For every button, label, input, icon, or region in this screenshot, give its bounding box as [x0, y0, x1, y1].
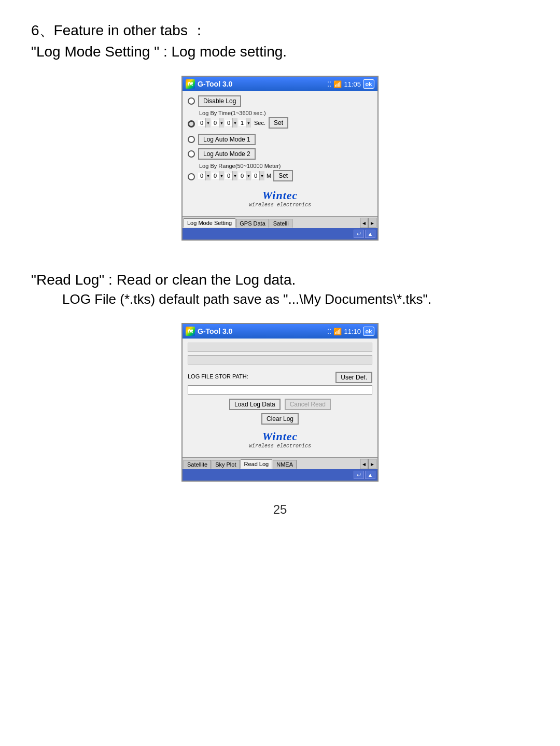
tab-nmea[interactable]: NMEA: [273, 460, 297, 469]
window-title: G-Tool 3.0: [198, 80, 232, 88]
app-icon: 🗺: [186, 79, 195, 89]
load-cancel-row: Load Log Data Cancel Read: [188, 399, 372, 410]
read-log-time-display: 11:10: [344, 328, 361, 335]
range-unit: M: [267, 173, 271, 179]
wintec-sub-text: wireless electronics: [188, 202, 372, 208]
bottom-enter-btn[interactable]: ↵: [354, 230, 364, 238]
tab-log-mode-setting[interactable]: Log Mode Setting: [184, 218, 235, 228]
time-display: 11:05: [344, 80, 361, 88]
range-select-4[interactable]: 0 ▼: [239, 171, 251, 180]
log-by-range-row: 0 ▼ 0 ▼ 0 ▼ 0 ▼ 0 ▼ M: [188, 170, 372, 184]
tab-satellite[interactable]: Satelli: [270, 219, 292, 228]
read-log-signal-icon: ⁚⁚: [327, 328, 331, 335]
section-subheading: "Log Mode Setting " : Log mode setting.: [31, 44, 529, 60]
auto-mode-2-row: Log Auto Mode 2: [188, 148, 372, 160]
tab-bar: Log Mode Setting GPS Data Satelli ◄ ►: [183, 216, 377, 228]
load-log-data-button[interactable]: Load Log Data: [229, 399, 281, 410]
read-log-window: 🗺 G-Tool 3.0 ⁚⁚ 📶 11:10 ok LOG FILE STOR…: [181, 323, 379, 482]
auto-mode-2-button[interactable]: Log Auto Mode 2: [198, 148, 256, 160]
disable-log-row: Disable Log: [188, 95, 372, 107]
log-by-range-label: Log By Range(50~10000 Meter): [199, 163, 372, 169]
auto-mode-1-button[interactable]: Log Auto Mode 1: [198, 134, 256, 145]
time-set-button[interactable]: Set: [269, 117, 288, 129]
range-select-2[interactable]: 0 ▼: [212, 171, 224, 180]
time-unit: Sec.: [254, 120, 265, 126]
cancel-read-button: Cancel Read: [285, 399, 331, 410]
progress-bar-1: [188, 343, 372, 352]
read-log-wintec-sub-text: wireless electronics: [188, 443, 372, 449]
range-select-3[interactable]: 0 ▼: [225, 171, 237, 180]
log-mode-window: 🗺 G-Tool 3.0 ⁚⁚ 📶 11:05 ok Disable Log L…: [181, 76, 379, 241]
tab-read-log[interactable]: Read Log: [241, 459, 273, 469]
range-select-5[interactable]: 0 ▼: [252, 171, 264, 180]
read-log-app-icon: 🗺: [186, 327, 195, 336]
time-select-3[interactable]: 0 ▼: [225, 118, 237, 128]
read-log-bottom-enter-btn[interactable]: ↵: [354, 471, 364, 479]
signal-icon: ⁚⁚: [327, 80, 331, 88]
read-log-heading: "Read Log" : Read or clean the Log data.: [31, 272, 529, 288]
time-select-1[interactable]: 0 ▼: [198, 118, 211, 128]
wintec-logo-area: Wintec wireless electronics: [188, 189, 372, 208]
range-dropdowns: 0 ▼ 0 ▼ 0 ▼ 0 ▼ 0 ▼ M: [198, 170, 293, 181]
read-log-wintec-logo-text: Wintec: [188, 430, 372, 443]
log-by-time-radio[interactable]: [188, 120, 195, 128]
clear-log-row: Clear Log: [188, 413, 372, 425]
auto-mode-1-radio[interactable]: [188, 136, 195, 143]
read-log-window-title: G-Tool 3.0: [198, 327, 232, 335]
section-heading: 6、Feature in other tabs ：: [31, 21, 529, 40]
range-set-button[interactable]: Set: [273, 170, 293, 181]
tab-arrow-right[interactable]: ►: [368, 218, 376, 228]
progress-bar-2: [188, 355, 372, 364]
tab-nav-arrows: ◄ ►: [360, 218, 376, 228]
ok-button[interactable]: ok: [363, 79, 374, 89]
disable-log-radio[interactable]: [188, 97, 195, 105]
title-bar: 🗺 G-Tool 3.0 ⁚⁚ 📶 11:05 ok: [183, 77, 377, 91]
log-by-time-row: 0 ▼ 0 ▼ 0 ▼ 1 ▼ Sec. Set: [188, 117, 372, 131]
read-log-tab-bar: Satellite Sky Plot Read Log NMEA ◄ ►: [183, 457, 377, 469]
clear-log-button[interactable]: Clear Log: [261, 413, 299, 425]
time-select-4[interactable]: 1 ▼: [239, 118, 251, 128]
range-select-1[interactable]: 0 ▼: [198, 171, 211, 180]
log-by-time-label: Log By Time(1~3600 sec.): [199, 110, 372, 116]
tab-gps-data[interactable]: GPS Data: [236, 219, 269, 228]
log-by-range-radio[interactable]: [188, 173, 195, 180]
read-log-subheading: LOG File (*.tks) default path save as ".…: [62, 291, 529, 307]
wintec-logo-text: Wintec: [188, 189, 372, 202]
read-log-bottom-bar: ↵ ▲: [183, 469, 377, 481]
bottom-up-btn[interactable]: ▲: [365, 230, 375, 238]
auto-mode-2-radio[interactable]: [188, 150, 195, 158]
user-def-button[interactable]: User Def.: [335, 372, 372, 383]
page-number: 25: [31, 502, 529, 517]
time-select-2[interactable]: 0 ▼: [212, 118, 224, 128]
wifi-icon: 📶: [333, 80, 342, 88]
read-log-tab-arrow-left[interactable]: ◄: [360, 459, 368, 469]
read-log-bottom-up-btn[interactable]: ▲: [365, 471, 375, 479]
log-file-stor-label: LOG FILE STOR PATH:: [188, 373, 248, 379]
time-dropdowns: 0 ▼ 0 ▼ 0 ▼ 1 ▼ Sec. Set: [198, 117, 288, 129]
read-log-tab-arrow-right[interactable]: ►: [368, 459, 376, 469]
bottom-bar: ↵ ▲: [183, 228, 377, 240]
read-log-ok-button[interactable]: ok: [363, 327, 374, 336]
disable-log-button[interactable]: Disable Log: [198, 95, 241, 107]
tab-satellite[interactable]: Satellite: [184, 460, 211, 469]
auto-mode-1-row: Log Auto Mode 1: [188, 134, 372, 145]
read-log-wintec-logo-area: Wintec wireless electronics: [188, 430, 372, 449]
read-log-title-bar: 🗺 G-Tool 3.0 ⁚⁚ 📶 11:10 ok: [183, 324, 377, 339]
tab-arrow-left[interactable]: ◄: [360, 218, 368, 228]
path-input-field[interactable]: [188, 385, 372, 395]
read-log-wifi-icon: 📶: [333, 328, 342, 335]
tab-sky-plot[interactable]: Sky Plot: [212, 460, 240, 469]
read-log-tab-nav-arrows: ◄ ►: [360, 459, 376, 469]
